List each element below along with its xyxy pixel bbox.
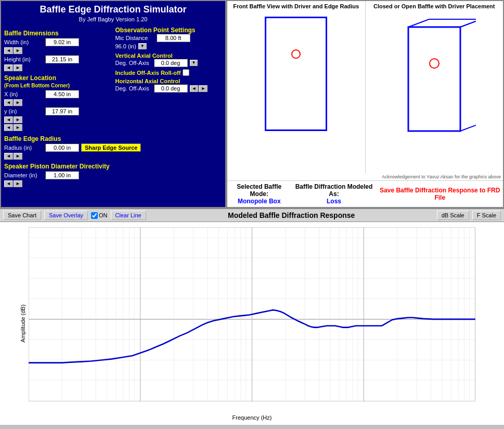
off-axis-row: Include Off-Axis Roll-off bbox=[115, 69, 223, 76]
height-label: Height (in) bbox=[4, 56, 43, 62]
db-scale-btn[interactable]: dB Scale bbox=[437, 211, 469, 220]
mic-scroll-btn[interactable]: ▼ bbox=[138, 43, 147, 49]
app-title: Baffle Edge Diffraction Simulator bbox=[4, 4, 222, 15]
f-scale-btn[interactable]: F Scale bbox=[472, 211, 501, 220]
speaker-location-header: Speaker Location (From Left Bottom Corne… bbox=[4, 74, 111, 89]
right-bottom-bar: Selected Baffle Mode: Monopole Box Baffl… bbox=[227, 180, 503, 207]
radius-value[interactable]: 0.00 in bbox=[45, 144, 79, 152]
y-axis-label: Amplitude (dB) bbox=[20, 305, 26, 343]
width-value[interactable]: 9.02 in bbox=[45, 38, 79, 46]
closed-baffle-view: Closed or Open Baffle with Driver Placem… bbox=[366, 1, 503, 173]
y-value[interactable]: 17.97 in bbox=[45, 107, 79, 115]
x-value[interactable]: 4.50 in bbox=[45, 90, 79, 98]
height-inc-btn[interactable]: ► bbox=[14, 64, 22, 71]
diameter-value[interactable]: 1.00 in bbox=[45, 171, 79, 179]
chart-title: Modeled Baffle Diffraction Response bbox=[149, 211, 434, 219]
chart-svg: 12 9 6 3 0 -3 -6 -9 -12 10 100 1000 1000… bbox=[29, 227, 475, 401]
x-dec-btn[interactable]: ◄ bbox=[4, 99, 13, 106]
horiz-inc-btn[interactable]: ► bbox=[199, 85, 208, 92]
height-value[interactable]: 21.15 in bbox=[45, 55, 79, 63]
baffle-dimensions-header: Baffle Dimensions bbox=[4, 30, 111, 37]
baffle-edge-header: Baffle Edge Radius bbox=[4, 135, 222, 142]
svg-marker-2 bbox=[460, 19, 476, 131]
height-dec-btn[interactable]: ◄ bbox=[4, 64, 13, 71]
x-axis-label: Frequency (Hz) bbox=[232, 414, 272, 421]
radius-inc-btn[interactable]: ► bbox=[14, 153, 22, 160]
selected-mode-box: Selected Baffle Mode: Monopole Box bbox=[229, 183, 289, 205]
front-view-title: Front Baffle View with Driver and Edge R… bbox=[233, 3, 359, 9]
x-label: X (in) bbox=[4, 91, 43, 97]
vertical-deg-label: Deg. Off-Axis bbox=[115, 60, 152, 66]
closed-view-title: Closed or Open Baffle with Driver Placem… bbox=[373, 3, 495, 9]
chart-toolbar: Save Chart Save Overlay ON Clear Line Mo… bbox=[0, 209, 504, 222]
vertical-deg-value[interactable]: 0.0 deg bbox=[154, 59, 188, 67]
y-label: y (in) bbox=[4, 108, 43, 114]
mic-dist-label: Mic Distance bbox=[115, 35, 154, 41]
save-overlay-btn[interactable]: Save Overlay bbox=[44, 211, 88, 220]
sharp-edge-btn[interactable]: Sharp Edge Source bbox=[81, 144, 141, 152]
observation-header: Observation Point Settings bbox=[115, 27, 223, 34]
x-inc-btn[interactable]: ► bbox=[14, 99, 22, 106]
vertical-scroll-btn[interactable]: ▼ bbox=[190, 60, 198, 66]
mic-dist-inches: 96.0 (in) bbox=[115, 43, 136, 49]
closed-baffle-svg bbox=[393, 17, 476, 141]
diameter-inc-btn[interactable]: ► bbox=[14, 180, 22, 187]
acknowledgement: Acknowledgement to Yavuz Aksan for the g… bbox=[227, 173, 503, 180]
front-baffle-view: Front Baffle View with Driver and Edge R… bbox=[227, 1, 366, 173]
left-panel: Baffle Edge Diffraction Simulator By Jef… bbox=[0, 0, 226, 208]
y-inc-btn[interactable]: ► bbox=[14, 116, 22, 123]
diameter-label: Diameter (in) bbox=[4, 172, 43, 178]
speaker-piston-header: Speaker Piston Diameter Directivity bbox=[4, 163, 222, 170]
right-panel: Front Baffle View with Driver and Edge R… bbox=[226, 0, 504, 208]
horizontal-axial-label: Horizontal Axial Control bbox=[115, 78, 223, 84]
vertical-axial-label: Vertical Axial Control bbox=[115, 53, 223, 59]
save-frd-btn[interactable]: Save Baffle Diffraction Response to FRD … bbox=[379, 187, 501, 201]
on-label-row: ON bbox=[91, 212, 108, 219]
width-dec-btn[interactable]: ◄ bbox=[4, 47, 13, 54]
app-subtitle: By Jeff Bagby Version 1.20 bbox=[4, 16, 222, 22]
diameter-dec-btn[interactable]: ◄ bbox=[4, 180, 13, 187]
chart-container: Amplitude (dB) Frequency (Hz) bbox=[0, 222, 504, 425]
y2-dec-btn[interactable]: ◄ bbox=[4, 124, 13, 131]
svg-marker-1 bbox=[408, 19, 476, 27]
width-inc-btn[interactable]: ► bbox=[14, 47, 22, 54]
selected-mode-value: Monopole Box bbox=[229, 198, 289, 205]
svg-point-3 bbox=[430, 59, 439, 68]
on-text: ON bbox=[99, 212, 108, 218]
clear-line-btn[interactable]: Clear Line bbox=[111, 211, 146, 220]
y2-inc-btn[interactable]: ► bbox=[14, 124, 22, 131]
horizontal-deg-value[interactable]: 0.0 deg bbox=[154, 84, 188, 93]
mic-dist-value[interactable]: 8.00 ft bbox=[157, 34, 190, 42]
width-label: Width (in) bbox=[4, 39, 43, 45]
bottom-section: Save Chart Save Overlay ON Clear Line Mo… bbox=[0, 208, 504, 425]
horizontal-deg-label: Deg. Off-Axis bbox=[115, 85, 152, 92]
horiz-dec-btn[interactable]: ◄ bbox=[190, 85, 199, 92]
on-checkbox[interactable] bbox=[91, 212, 98, 219]
diffraction-value: Loss bbox=[293, 198, 375, 205]
radius-label: Radius (in) bbox=[4, 145, 43, 151]
driver-circle bbox=[291, 49, 301, 59]
svg-rect-0 bbox=[408, 27, 460, 131]
save-chart-btn[interactable]: Save Chart bbox=[3, 211, 41, 220]
y-dec-btn[interactable]: ◄ bbox=[4, 116, 13, 123]
diffraction-box: Baffle Diffraction Modeled As: Loss bbox=[293, 183, 375, 205]
radius-dec-btn[interactable]: ◄ bbox=[4, 153, 13, 160]
front-baffle-canvas bbox=[265, 17, 327, 131]
off-axis-checkbox[interactable] bbox=[183, 69, 189, 76]
